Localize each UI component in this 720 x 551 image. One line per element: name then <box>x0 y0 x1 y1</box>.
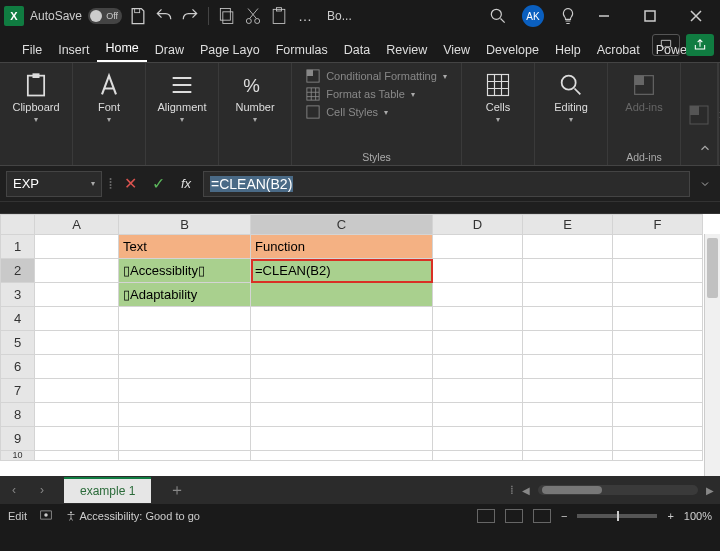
cell-styles-button[interactable]: Cell Styles▾ <box>306 105 447 119</box>
normal-view-button[interactable] <box>477 509 495 523</box>
scrollbar-thumb[interactable] <box>542 486 602 494</box>
col-header-F[interactable]: F <box>613 215 703 235</box>
cell-E7[interactable] <box>523 379 613 403</box>
cell-A10[interactable] <box>35 451 119 461</box>
tab-data[interactable]: Data <box>336 37 378 62</box>
cell-A5[interactable] <box>35 331 119 355</box>
select-all-corner[interactable] <box>1 215 35 235</box>
tab-home[interactable]: Home <box>97 35 146 62</box>
zoom-out-button[interactable]: − <box>561 510 567 522</box>
undo-icon[interactable] <box>154 6 174 26</box>
search-icon[interactable] <box>488 6 508 26</box>
horizontal-scrollbar[interactable] <box>538 485 698 495</box>
cell-F2[interactable] <box>613 259 703 283</box>
cell-C1[interactable]: Function <box>251 235 433 259</box>
macro-record-icon[interactable] <box>39 508 53 524</box>
cell-D3[interactable] <box>433 283 523 307</box>
maximize-button[interactable] <box>630 0 670 32</box>
cell-D1[interactable] <box>433 235 523 259</box>
close-button[interactable] <box>676 0 716 32</box>
tab-review[interactable]: Review <box>378 37 435 62</box>
format-as-table-button[interactable]: Format as Table▾ <box>306 87 447 101</box>
cell-E8[interactable] <box>523 403 613 427</box>
cell-D5[interactable] <box>433 331 523 355</box>
qat-overflow-icon[interactable]: … <box>295 6 315 26</box>
cell-C6[interactable] <box>251 355 433 379</box>
font-button[interactable]: Font ▾ <box>79 67 139 124</box>
paste-icon[interactable] <box>269 6 289 26</box>
cell-C5[interactable] <box>251 331 433 355</box>
cell-A1[interactable] <box>35 235 119 259</box>
clipboard-button[interactable]: Clipboard ▾ <box>6 67 66 124</box>
enter-formula-button[interactable]: ✓ <box>147 173 169 195</box>
cell-E5[interactable] <box>523 331 613 355</box>
tab-help[interactable]: Help <box>547 37 589 62</box>
tab-view[interactable]: View <box>435 37 478 62</box>
cell-B5[interactable] <box>119 331 251 355</box>
minimize-button[interactable] <box>584 0 624 32</box>
name-box[interactable]: EXP ▾ <box>6 171 102 197</box>
cell-B1[interactable]: Text <box>119 235 251 259</box>
cell-D9[interactable] <box>433 427 523 451</box>
sheet-options-icon[interactable]: ⁞ <box>510 483 514 497</box>
cell-E2[interactable] <box>523 259 613 283</box>
cell-F1[interactable] <box>613 235 703 259</box>
cell-F6[interactable] <box>613 355 703 379</box>
cell-A4[interactable] <box>35 307 119 331</box>
hscroll-left-icon[interactable]: ◀ <box>522 485 530 496</box>
vertical-scrollbar[interactable] <box>704 234 720 476</box>
col-header-E[interactable]: E <box>523 215 613 235</box>
row-header-8[interactable]: 8 <box>1 403 35 427</box>
cell-E4[interactable] <box>523 307 613 331</box>
col-header-C[interactable]: C <box>251 215 433 235</box>
row-header-6[interactable]: 6 <box>1 355 35 379</box>
cell-B3[interactable]: ▯Adaptability <box>119 283 251 307</box>
cell-F5[interactable] <box>613 331 703 355</box>
comments-button[interactable] <box>652 34 680 56</box>
save-icon[interactable] <box>128 6 148 26</box>
row-header-5[interactable]: 5 <box>1 331 35 355</box>
addins-button[interactable]: Add-ins <box>614 67 674 113</box>
row-header-4[interactable]: 4 <box>1 307 35 331</box>
cell-D6[interactable] <box>433 355 523 379</box>
user-avatar[interactable]: AK <box>522 5 544 27</box>
cut-icon[interactable] <box>243 6 263 26</box>
row-header-9[interactable]: 9 <box>1 427 35 451</box>
formula-input[interactable]: =CLEAN(B2) <box>203 171 690 197</box>
col-header-A[interactable]: A <box>35 215 119 235</box>
cell-C10[interactable] <box>251 451 433 461</box>
cell-A7[interactable] <box>35 379 119 403</box>
spreadsheet-grid[interactable]: A B C D E F 1 Text Function 2 ▯Accessibl… <box>0 214 720 476</box>
tab-formulas[interactable]: Formulas <box>268 37 336 62</box>
cell-D2[interactable] <box>433 259 523 283</box>
cell-E6[interactable] <box>523 355 613 379</box>
cell-C4[interactable] <box>251 307 433 331</box>
cell-F7[interactable] <box>613 379 703 403</box>
cell-E10[interactable] <box>523 451 613 461</box>
toggle-switch[interactable]: Off <box>88 8 122 24</box>
col-header-D[interactable]: D <box>433 215 523 235</box>
sheet-tab-active[interactable]: example 1 <box>64 477 151 503</box>
zoom-slider[interactable] <box>577 514 657 518</box>
cells-button[interactable]: Cells ▾ <box>468 67 528 124</box>
chevron-down-icon[interactable]: ▾ <box>91 179 95 188</box>
cell-C7[interactable] <box>251 379 433 403</box>
row-header-3[interactable]: 3 <box>1 283 35 307</box>
cell-D8[interactable] <box>433 403 523 427</box>
cell-C9[interactable] <box>251 427 433 451</box>
tab-page-layout[interactable]: Page Layo <box>192 37 268 62</box>
cell-B9[interactable] <box>119 427 251 451</box>
row-header-10[interactable]: 10 <box>1 451 35 461</box>
cell-E3[interactable] <box>523 283 613 307</box>
cell-B7[interactable] <box>119 379 251 403</box>
sheet-nav-next[interactable]: › <box>28 483 56 497</box>
cell-A2[interactable] <box>35 259 119 283</box>
share-button[interactable] <box>686 34 714 56</box>
row-header-2[interactable]: 2 <box>1 259 35 283</box>
number-button[interactable]: % Number ▾ <box>225 67 285 124</box>
tab-insert[interactable]: Insert <box>50 37 97 62</box>
cell-B8[interactable] <box>119 403 251 427</box>
cell-B10[interactable] <box>119 451 251 461</box>
page-break-view-button[interactable] <box>533 509 551 523</box>
redo-icon[interactable] <box>180 6 200 26</box>
